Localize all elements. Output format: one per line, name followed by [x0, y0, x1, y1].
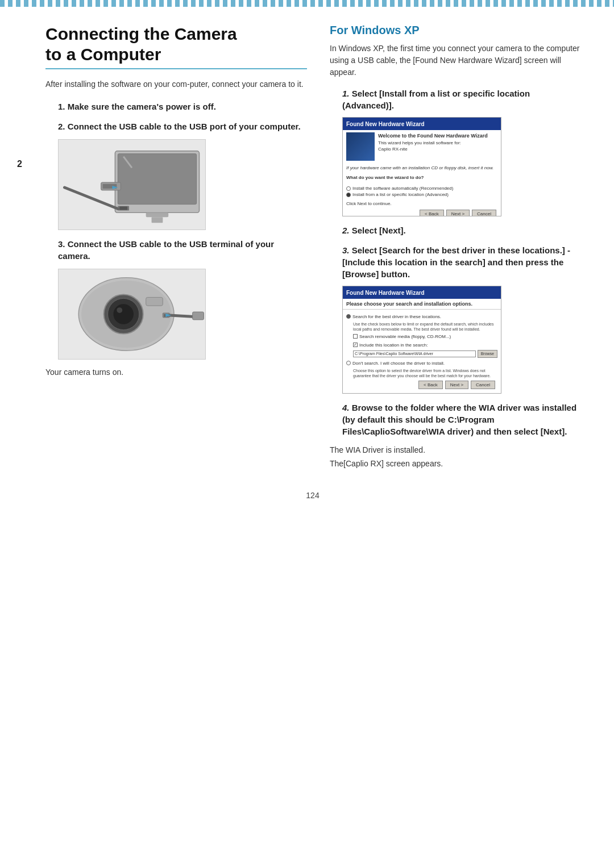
step-2-text: 2. Connect the USB cable to the USB port… — [58, 120, 307, 132]
wizard-question: What do you want the wizard to do? — [346, 174, 497, 181]
wiz2-removable-label: Search removable media (floppy, CD-ROM..… — [359, 333, 451, 340]
wizard-cancel-btn[interactable]: Cancel — [472, 210, 496, 216]
wiz2-cancel-btn[interactable]: Cancel — [471, 381, 495, 389]
caplio-screen: The[Caplio RX] screen appears. — [330, 459, 580, 468]
wiz2-radio-2 — [346, 361, 351, 365]
wiz2-dont-search-label: Don't search. I will choose the driver t… — [352, 360, 445, 366]
svg-rect-8 — [146, 212, 169, 217]
page-label: 2 — [17, 159, 22, 169]
right-step-1-text: 1. Select [Install from a list or specif… — [342, 87, 580, 111]
wiz2-checkbox-1 — [353, 334, 358, 339]
wiz2-include-location: ✓ Include this location in the search: — [353, 342, 497, 348]
wiz2-back-btn[interactable]: < Back — [418, 381, 443, 389]
wizard-screenshot-2: Found New Hardware Wizard Please choose … — [342, 286, 501, 394]
wiz2-next-btn[interactable]: Next > — [445, 381, 468, 389]
right-step-3-text: 3. Select [Search for the best driver in… — [342, 244, 580, 280]
wiz2-desc: Use the check boxes below to limit or ex… — [353, 322, 497, 332]
wizard-option-2: Install from a list or specific location… — [346, 192, 497, 197]
wiz2-radio-1 — [346, 314, 351, 319]
page-number: 124 — [45, 491, 580, 500]
right-step-1: 1. Select [Install from a list or specif… — [330, 87, 580, 216]
wiz2-search-option: Search for the best driver in these loca… — [346, 314, 497, 320]
wizard-title: Found New Hardware Wizard — [346, 121, 425, 127]
wia-installed: The WIA Driver is installed. — [330, 445, 580, 454]
wizard-screenshot-1: Found New Hardware Wizard Welcome to the… — [342, 117, 501, 216]
intro-text: After installing the software on your co… — [45, 78, 307, 90]
for-windows-xp-title: For Windows XP — [330, 24, 580, 37]
wiz2-search-label: Search for the best driver in these loca… — [352, 314, 441, 320]
wizard-sub1: This wizard helps you install software f… — [378, 140, 488, 146]
svg-rect-1 — [118, 154, 196, 205]
wiz2-include-label: Include this location in the search: — [359, 342, 428, 348]
radio-2 — [346, 193, 351, 197]
top-border — [0, 0, 614, 7]
svg-point-15 — [113, 304, 134, 324]
wizard-sub2: Caplio RX-nite — [378, 146, 488, 152]
wiz2-header: Please choose your search and installati… — [343, 299, 501, 310]
wizard-header-text: Welcome to the Found New Hardware Wizard — [378, 132, 488, 140]
step-1: 1. Make sure the camera's power is off. — [45, 101, 307, 112]
wizard-back-btn[interactable]: < Back — [420, 210, 444, 216]
wiz2-dont-search: Don't search. I will choose the driver t… — [346, 360, 497, 366]
wizard-option-2-label: Install from a list or specific location… — [352, 192, 449, 197]
svg-point-16 — [117, 307, 122, 313]
wizard-next-btn[interactable]: Next > — [446, 210, 470, 216]
step-1-text: 1. Make sure the camera's power is off. — [58, 101, 307, 112]
title-underline — [45, 68, 307, 69]
step-3-image — [58, 269, 206, 360]
step-3-text: 3. Connect the USB cable to the USB term… — [58, 238, 307, 262]
svg-line-4 — [65, 187, 118, 209]
wizard-blue-graphic — [346, 132, 375, 161]
wiz2-title: Found New Hardware Wizard — [346, 290, 425, 296]
svg-rect-17 — [146, 297, 163, 306]
camera-turns-on: Your camera turns on. — [45, 368, 307, 377]
svg-rect-21 — [193, 312, 204, 320]
wizard-option-1-label: Install the software automatically (Reco… — [352, 186, 453, 191]
right-step-2-text: 2. Select [Next]. — [342, 224, 580, 236]
wiz2-removable: Search removable media (floppy, CD-ROM..… — [353, 333, 497, 340]
right-step-4: 4. Browse to the folder where the WIA dr… — [330, 402, 580, 437]
svg-rect-9 — [152, 217, 163, 223]
wiz2-browse-btn[interactable]: Browse — [478, 350, 497, 358]
right-step-4-text: 4. Browse to the folder where the WIA dr… — [342, 402, 580, 437]
windows-intro: In Windows XP, the first time you connec… — [330, 43, 580, 78]
wizard-cd-note: If your hardware came with an installati… — [346, 165, 497, 171]
svg-rect-3 — [119, 207, 127, 210]
wizard-instruction: Click Next to continue. — [346, 201, 497, 207]
step-2-image — [58, 139, 206, 230]
page-title: Connecting the Camera to a Computer — [45, 24, 307, 65]
right-step-3: 3. Select [Search for the best driver in… — [330, 244, 580, 394]
wiz2-input-row: C:\Program Files\Caplio Software\WIA dri… — [353, 350, 497, 358]
right-step-2: 2. Select [Next]. — [330, 224, 580, 236]
step-2: 2. Connect the USB cable to the USB port… — [45, 120, 307, 230]
wiz2-checkbox-2: ✓ — [353, 343, 358, 347]
wiz2-path-input[interactable]: C:\Program Files\Caplio Software\WIA dri… — [353, 350, 476, 357]
step-3: 3. Connect the USB cable to the USB term… — [45, 238, 307, 360]
wizard-option-1: Install the software automatically (Reco… — [346, 186, 497, 191]
wiz2-dont-search-desc: Choose this option to select the device … — [353, 368, 497, 378]
radio-1 — [346, 186, 351, 191]
